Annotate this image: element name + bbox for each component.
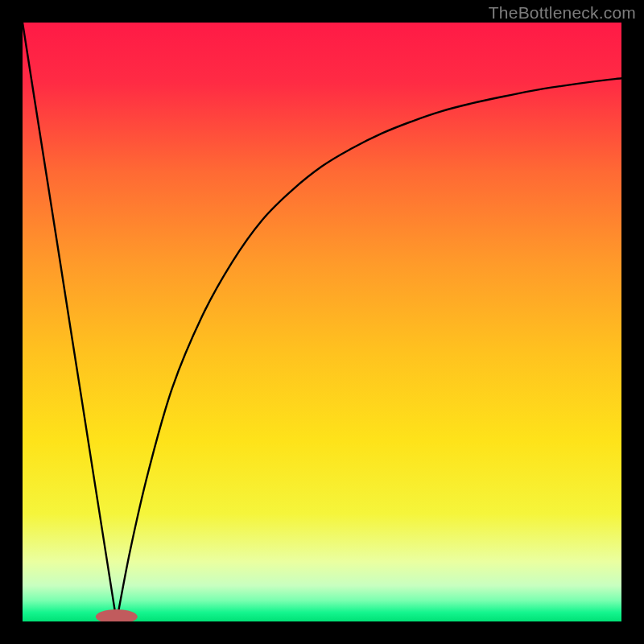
curve-right-branch (117, 78, 621, 621)
plot-area (23, 23, 621, 621)
sweet-spot-marker (96, 609, 138, 621)
curve-left-branch (23, 23, 117, 621)
chart-curves (23, 23, 621, 621)
watermark-text: TheBottleneck.com (489, 3, 636, 23)
chart-frame: TheBottleneck.com (0, 0, 644, 644)
